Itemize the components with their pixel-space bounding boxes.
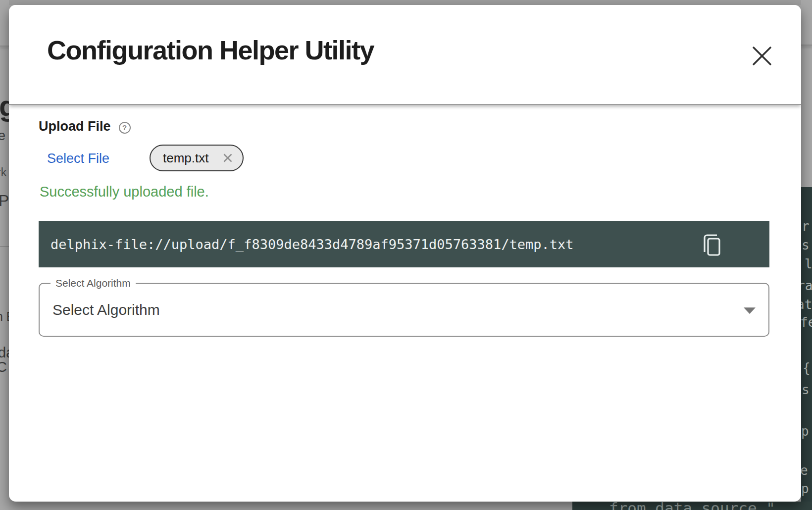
dialog-title: Configuration Helper Utility bbox=[47, 36, 374, 65]
background-code-fragment: from data source " bbox=[609, 502, 775, 510]
background-page-right-edge bbox=[801, 0, 812, 187]
algorithm-select-value: Select Algorithm bbox=[52, 302, 160, 318]
file-url-text: delphix-file://upload/f_f8309de8433d4789… bbox=[51, 237, 720, 252]
algorithm-select-label: Select Algorithm bbox=[51, 277, 136, 289]
background-code-fragment: p bbox=[801, 482, 809, 495]
upload-file-label: Upload File bbox=[39, 119, 111, 134]
background-code-fragment: p bbox=[801, 425, 809, 438]
background-code-fragment: fe bbox=[801, 316, 812, 329]
background-code-fragment: r bbox=[802, 220, 810, 233]
background-divider bbox=[801, 45, 812, 46]
background-code-fragment: at bbox=[801, 298, 812, 311]
chip-remove-icon bbox=[221, 151, 235, 165]
background-code-fragment: s bbox=[802, 383, 810, 396]
backdrop-top-strip bbox=[0, 0, 812, 5]
background-code-fragment: e bbox=[801, 464, 808, 477]
background-code-fragment: { bbox=[803, 361, 811, 374]
background-code-fragment: s bbox=[802, 239, 810, 252]
chip-remove-button[interactable] bbox=[221, 151, 235, 165]
background-text-fragment: e t bbox=[0, 129, 9, 143]
background-code-fragment: ra bbox=[801, 279, 812, 292]
dialog-header: Configuration Helper Utility bbox=[9, 5, 801, 105]
uploaded-file-chip[interactable]: temp.txt bbox=[150, 145, 244, 171]
background-divider bbox=[0, 46, 9, 47]
close-icon bbox=[752, 46, 772, 66]
background-text-fragment: rk bbox=[0, 167, 6, 178]
background-divider bbox=[0, 246, 9, 247]
file-url-bar: delphix-file://upload/f_f8309de8433d4789… bbox=[39, 221, 769, 267]
background-text-fragment: n E bbox=[0, 310, 9, 323]
background-code-panel-bottom: from data source " bbox=[572, 502, 812, 510]
select-file-link[interactable]: Select File bbox=[47, 151, 109, 166]
copy-icon bbox=[702, 233, 722, 257]
background-text-fragment: C bbox=[0, 360, 7, 374]
chip-filename: temp.txt bbox=[163, 151, 221, 166]
background-page-left-edge: gu e t rk PI n E da C bbox=[0, 0, 9, 510]
close-button[interactable] bbox=[751, 45, 773, 67]
copy-url-button[interactable] bbox=[702, 233, 722, 257]
background-text-fragment: PI bbox=[0, 193, 9, 208]
help-icon[interactable]: ? bbox=[119, 122, 131, 134]
background-text-fragment: gu bbox=[0, 92, 9, 120]
configuration-helper-dialog: Configuration Helper Utility Upload File… bbox=[9, 5, 801, 502]
background-text-fragment: da bbox=[0, 346, 9, 360]
algorithm-select[interactable]: Select Algorithm Select Algorithm bbox=[39, 283, 769, 337]
background-code-fragment: l bbox=[805, 257, 812, 270]
upload-success-message: Successfully uploaded file. bbox=[40, 184, 209, 200]
upload-file-row: Upload File ? bbox=[39, 119, 131, 134]
background-code-panel: r s l ra at fe { s p e p bbox=[801, 187, 812, 510]
chevron-down-icon bbox=[744, 307, 756, 314]
